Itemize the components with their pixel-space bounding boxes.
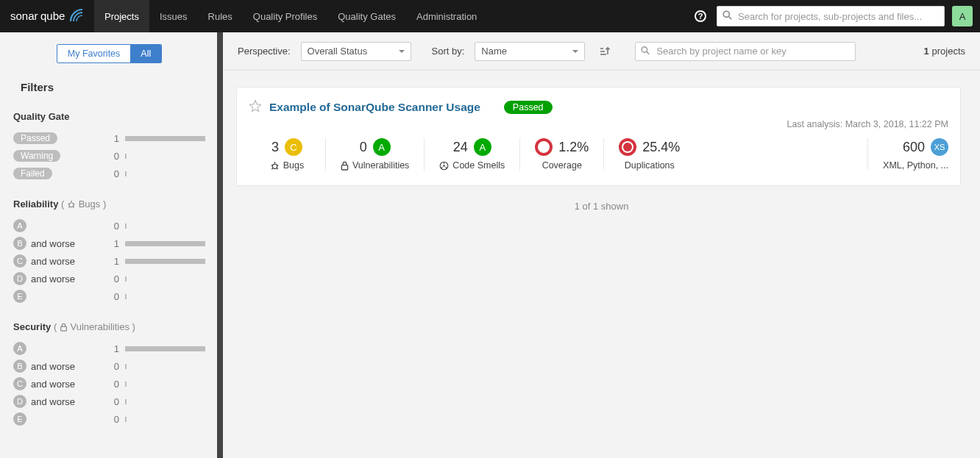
projects-main: Perspective: Overall Status Sort by: Nam… [223,32,980,458]
toggle-my-favorites[interactable]: My Favorites [57,45,131,62]
filters-sidebar: My Favorites All Filters Quality Gate Pa… [0,32,217,458]
sort-by-label: Sort by: [432,46,465,57]
facet-bar [125,171,127,176]
grade-icon: A [13,219,26,232]
facet-option-warning[interactable]: Warning 0 [13,147,205,165]
global-search [717,6,945,26]
facet-pill: Warning [13,150,60,162]
facet-option-failed[interactable]: Failed 0 [13,165,205,182]
metric-vulnerabilities[interactable]: 0 A Vulnerabilities [325,138,424,171]
svg-line-21 [277,167,278,168]
facet-count: 0 [107,414,119,425]
nav-projects[interactable]: Projects [94,0,149,32]
svg-line-9 [73,206,74,207]
facet-bar [125,276,127,282]
top-navbar: sonar qube Projects Issues Rules Quality… [0,0,980,32]
coverage-value: 1.2% [558,140,589,155]
facet-option-sec-c[interactable]: Cand worse 0 [13,375,205,393]
svg-line-27 [446,167,447,168]
facet-count: 0 [107,396,119,407]
facet-option-passed[interactable]: Passed 1 [13,129,205,147]
grade-icon: E [13,290,26,303]
project-search-input[interactable] [635,42,856,61]
search-icon [641,46,650,57]
facet-bar [125,382,127,387]
projects-count: 1 projects [924,46,965,57]
search-icon [722,10,732,22]
facet-option-rel-d[interactable]: Dand worse 0 [13,270,205,287]
svg-line-19 [277,165,278,165]
user-avatar[interactable]: A [952,6,973,26]
nav-rules[interactable]: Rules [198,0,243,32]
facet-bar [125,294,127,299]
facet-option-sec-b[interactable]: Band worse 0 [13,357,205,375]
nav-label: Quality Gates [338,11,396,22]
svg-line-26 [441,167,443,168]
svg-line-18 [271,165,272,165]
perspective-label: Perspective: [238,46,291,57]
facet-bar [125,364,127,369]
nav-quality-gates[interactable]: Quality Gates [327,0,406,32]
filters-title: Filters [21,81,208,93]
bugs-value: 3 [271,140,279,155]
bug-icon [270,161,280,171]
dup-value: 25.4% [642,140,680,155]
user-initial: A [959,11,966,22]
metric-coverage[interactable]: 1.2% Coverage [519,138,603,171]
favorite-star-icon[interactable] [249,99,262,115]
brand-logo[interactable]: sonar qube [0,0,94,32]
global-search-input[interactable] [717,6,945,26]
svg-text:sonar: sonar [10,10,38,22]
lock-icon [60,323,68,332]
facet-bar [125,346,205,351]
nav-quality-profiles[interactable]: Quality Profiles [243,0,327,32]
svg-line-3 [729,17,732,20]
sort-direction-button[interactable] [595,43,613,60]
svg-line-15 [647,51,649,54]
facet-option-rel-e[interactable]: E 0 [13,287,205,305]
svg-line-6 [68,204,70,204]
grade-icon: D [13,395,26,408]
grade-icon: B [13,359,26,373]
facet-option-sec-a[interactable]: A 1 [13,340,205,357]
help-icon[interactable]: ? [695,10,706,22]
facet-bar [125,154,127,159]
svg-text:qube: qube [40,10,65,22]
loc-value: 600 [903,140,925,155]
nav-label: Rules [208,11,232,22]
sort-by-select[interactable]: Name [475,42,585,61]
facet-option-rel-b[interactable]: Band worse 1 [13,235,205,252]
facet-option-rel-a[interactable]: A 0 [13,217,205,235]
facet-count: 0 [107,168,119,179]
facet-count: 0 [107,221,119,232]
metric-size[interactable]: 600 XS XML, Python, ... [867,138,948,171]
grade-icon: B [13,237,26,250]
facet-count: 1 [107,238,119,249]
facet-header[interactable]: Quality Gate [13,111,205,122]
nav-issues[interactable]: Issues [149,0,198,32]
toggle-all[interactable]: All [130,45,161,62]
facet-pill: Passed [13,132,57,144]
sidebar-resizer[interactable] [217,32,223,458]
perspective-select[interactable]: Overall Status [301,42,411,61]
svg-rect-22 [341,165,347,169]
facet-option-sec-d[interactable]: Dand worse 0 [13,393,205,410]
bugs-rating-icon: C [285,138,302,156]
facet-option-sec-e[interactable]: E 0 [13,410,205,428]
facet-header[interactable]: Security ( Vulnerabilities ) [13,321,205,332]
facet-header[interactable]: Reliability ( Bugs ) [13,198,205,210]
project-search [635,42,856,61]
facet-count: 1 [107,133,119,144]
nav-administration[interactable]: Administration [406,0,487,32]
last-analysis-text: Last analysis: March 3, 2018, 11:22 PM [249,119,948,129]
project-name-link[interactable]: Example of SonarQube Scanner Usage [269,101,480,114]
facet-option-rel-c[interactable]: Cand worse 1 [13,252,205,270]
facet-bar [125,259,205,264]
facet-bar [125,223,127,229]
metric-code-smells[interactable]: 24 A Code Smells [424,138,519,171]
lock-icon [341,161,349,171]
metric-bugs[interactable]: 3 C Bugs [249,138,325,171]
metric-duplications[interactable]: 25.4% Duplications [603,138,695,171]
svg-line-7 [73,204,74,204]
facet-bar [125,241,205,246]
